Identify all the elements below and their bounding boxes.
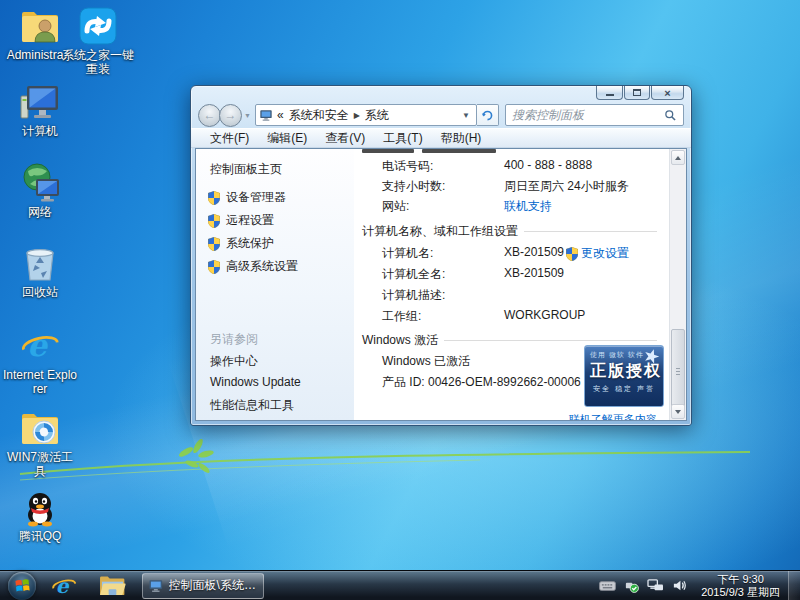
desktop-icon-label: Internet Explorer <box>2 368 78 396</box>
address-dropdown-icon[interactable]: ▼ <box>459 111 473 120</box>
sidebar-item-system-protection[interactable]: 系统保护 <box>208 235 274 252</box>
sidebar-item-performance-tools[interactable]: 性能信息和工具 <box>210 397 294 414</box>
desktop-icon-network[interactable]: 网络 <box>2 163 78 219</box>
system-page-content: 电话号码: 400 - 888 - 8888 支持小时数: 周日至周六 24小时… <box>354 149 669 420</box>
minimize-glyph <box>606 94 614 96</box>
sidebar-item-windows-update[interactable]: Windows Update <box>210 375 301 389</box>
thumb-grip <box>676 368 680 377</box>
genuine-star-icon <box>643 348 660 365</box>
field-label: 计算机全名: <box>382 266 445 283</box>
desktop-icon-label: 回收站 <box>2 285 78 299</box>
change-settings-link[interactable]: 更改设置 <box>566 245 629 262</box>
search-icon <box>664 109 677 122</box>
taskbar-explorer-button[interactable] <box>92 572 132 600</box>
task-button-label: 控制面板\系统和... <box>169 577 258 594</box>
search-placeholder: 搜索控制面板 <box>512 107 664 124</box>
field-label: 电话号码: <box>382 158 433 175</box>
down-arrow-icon <box>675 410 681 414</box>
windows-flag-icon <box>15 578 30 593</box>
field-label: 支持小时数: <box>382 178 445 195</box>
change-settings-label: 更改设置 <box>581 245 629 262</box>
activation-folder-icon <box>19 408 61 448</box>
desktop-icon-win7-activation[interactable]: WIN7激活工具 <box>2 408 78 478</box>
maximize-button[interactable] <box>624 86 650 100</box>
field-label: 计算机名: <box>382 245 433 262</box>
volume-icon[interactable] <box>672 578 687 593</box>
field-value: 400 - 888 - 8888 <box>504 158 592 172</box>
safely-remove-hardware-icon[interactable] <box>624 578 639 593</box>
sidebar-item-remote-settings[interactable]: 远程设置 <box>208 212 274 229</box>
scrollbar-thumb[interactable] <box>671 329 685 413</box>
forward-button[interactable]: → <box>219 104 242 127</box>
menu-file[interactable]: 文件(F) <box>201 130 258 147</box>
nav-history-dropdown-icon[interactable]: ▼ <box>244 112 251 119</box>
control-panel-window-icon <box>148 577 164 594</box>
desktop-icon-qq[interactable]: 腾讯QQ <box>2 487 78 543</box>
sidebar-item-advanced-settings[interactable]: 高级系统设置 <box>208 258 298 275</box>
system-tray: 下午 9:30 2015/9/3 星期四 <box>595 571 800 600</box>
learn-more-online-link[interactable]: 联机了解更多内容... <box>550 412 666 421</box>
window-client-area: 控制面板主页 设备管理器 远程设置 系统保护 高级系统设置 另请参阅 操作中心 … <box>195 148 687 421</box>
scroll-down-button[interactable] <box>671 404 685 419</box>
desktop-icon-label: 系统之家一键重装 <box>60 48 136 76</box>
address-bar[interactable]: « 系统和安全 ▶ 系统 ▼ <box>255 104 477 126</box>
desktop-icon-computer[interactable]: 计算机 <box>2 82 78 138</box>
desktop-icon-label: 计算机 <box>2 124 78 138</box>
menu-tools[interactable]: 工具(T) <box>374 130 431 147</box>
recycle-bin-icon <box>19 243 61 283</box>
input-language-icon[interactable] <box>599 580 616 592</box>
uac-shield-icon <box>208 191 220 205</box>
online-support-link[interactable]: 联机支持 <box>504 198 552 215</box>
computer-name-section-header: 计算机名称、域和工作组设置 <box>362 223 657 240</box>
desktop-icon-internet-explorer[interactable]: Internet Explorer <box>2 326 78 396</box>
support-hours-row: 支持小时数: 周日至周六 24小时服务 <box>354 178 659 194</box>
ie-icon <box>19 326 61 366</box>
desktop-icon-recycle-bin[interactable]: 回收站 <box>2 243 78 299</box>
section-title: 计算机名称、域和工作组设置 <box>362 223 518 240</box>
taskbar-active-window-button[interactable]: 控制面板\系统和... <box>142 573 264 599</box>
desktop-icon-reinstall-app[interactable]: 系统之家一键重装 <box>60 6 136 76</box>
breadcrumb-system[interactable]: 系统 <box>365 107 389 124</box>
vertical-scrollbar[interactable] <box>669 149 686 420</box>
minimize-button[interactable] <box>596 86 623 100</box>
sidebar-item-device-manager[interactable]: 设备管理器 <box>208 189 286 206</box>
genuine-software-badge[interactable]: 使用 微软 软件 正版授权 安全 稳定 声誉 <box>584 345 664 407</box>
menu-edit[interactable]: 编辑(E) <box>258 130 316 147</box>
network-icon <box>19 163 61 203</box>
refresh-button[interactable] <box>477 104 499 126</box>
show-desktop-button[interactable] <box>788 571 800 600</box>
section-title: Windows 激活 <box>362 332 438 349</box>
system-window: × ← → ▼ « 系统和安全 ▶ 系统 ▼ 搜索控制面板 文件(F) 编辑(E… <box>190 85 692 426</box>
search-box[interactable]: 搜索控制面板 <box>505 104 684 126</box>
support-phone-row: 电话号码: 400 - 888 - 8888 <box>354 158 659 174</box>
back-button[interactable]: ← <box>198 104 221 127</box>
field-value: WORKGROUP <box>504 308 585 322</box>
field-value: XB-20150903 <box>504 245 564 259</box>
address-toolbar: ← → ▼ « 系统和安全 ▶ 系统 ▼ 搜索控制面板 <box>191 102 691 128</box>
badge-bottom-text: 安全 稳定 声誉 <box>585 382 663 394</box>
start-button[interactable] <box>8 572 36 600</box>
reinstall-app-icon <box>77 6 119 46</box>
section-rule <box>444 340 657 341</box>
window-titlebar[interactable]: × <box>191 86 691 102</box>
sidebar-item-action-center[interactable]: 操作中心 <box>210 353 258 370</box>
refresh-icon <box>481 109 494 122</box>
uac-shield-icon <box>208 260 220 274</box>
sidebar-item-label: 远程设置 <box>226 212 274 229</box>
sidebar-item-control-panel-home[interactable]: 控制面板主页 <box>210 161 282 178</box>
menu-help[interactable]: 帮助(H) <box>432 130 491 147</box>
sidebar-item-label: 系统保护 <box>226 235 274 252</box>
taskbar-ie-button[interactable] <box>44 572 84 600</box>
network-tray-icon[interactable] <box>647 578 664 593</box>
breadcrumb-arrow-icon: ▶ <box>354 111 360 120</box>
breadcrumb-security[interactable]: 系统和安全 <box>289 107 349 124</box>
close-button[interactable]: × <box>651 86 684 100</box>
location-computer-icon <box>259 108 273 122</box>
user-folder-icon <box>19 6 61 46</box>
field-value: 周日至周六 24小时服务 <box>504 178 629 195</box>
section-rule <box>524 231 657 232</box>
scroll-up-button[interactable] <box>671 150 685 165</box>
menu-view[interactable]: 查看(V) <box>316 130 374 147</box>
taskbar-clock[interactable]: 下午 9:30 2015/9/3 星期四 <box>701 573 780 599</box>
clock-time: 下午 9:30 <box>701 573 780 586</box>
